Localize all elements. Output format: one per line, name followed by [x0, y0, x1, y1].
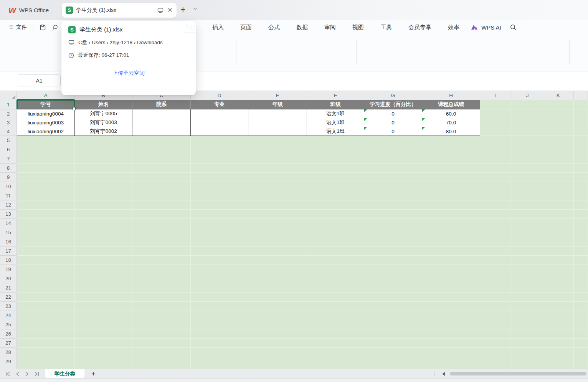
cell-D15[interactable] [191, 228, 248, 237]
save-icon[interactable] [40, 24, 46, 31]
row-header-13[interactable]: 13 [0, 210, 17, 219]
cell-K12[interactable] [543, 200, 574, 210]
row-header-24[interactable]: 24 [0, 311, 17, 320]
cell-A17[interactable] [17, 246, 75, 256]
cell-I25[interactable] [480, 320, 512, 329]
cell-X16[interactable] [574, 237, 588, 246]
cell-A29[interactable] [17, 357, 75, 366]
cell-K22[interactable] [543, 293, 574, 302]
cell-C24[interactable] [132, 311, 191, 320]
cell-X26[interactable] [574, 329, 588, 339]
cell-H14[interactable] [422, 219, 480, 228]
cell-I15[interactable] [480, 228, 512, 237]
cell-C7[interactable] [132, 154, 191, 164]
cell-F23[interactable] [307, 302, 364, 311]
cell-X27[interactable] [574, 339, 588, 348]
cell-A30[interactable] [17, 366, 75, 369]
hamburger-menu-icon[interactable]: ≡ [9, 23, 13, 31]
cell-C21[interactable] [132, 283, 191, 293]
cell-B8[interactable] [75, 164, 132, 173]
cell-A1[interactable]: 学号 [17, 100, 75, 109]
cell-B29[interactable] [75, 357, 132, 366]
cell-G18[interactable] [364, 256, 422, 265]
cell-A25[interactable] [17, 320, 75, 329]
close-tab-icon[interactable]: ✕ [167, 6, 173, 14]
cell-F17[interactable] [307, 246, 364, 256]
cell-I12[interactable] [480, 200, 512, 210]
cell-C11[interactable] [132, 191, 191, 200]
cell-E27[interactable] [248, 339, 307, 348]
cell-F1[interactable]: 班级 [307, 100, 364, 109]
cell-X21[interactable] [574, 283, 588, 293]
column-header-D[interactable]: D [191, 91, 248, 100]
cell-I18[interactable] [480, 256, 512, 265]
cell-J24[interactable] [512, 311, 543, 320]
cell-B16[interactable] [75, 237, 132, 246]
cell-G20[interactable] [364, 274, 422, 283]
cell-J29[interactable] [512, 357, 543, 366]
cell-K7[interactable] [543, 154, 574, 164]
row-header-5[interactable]: 5 [0, 136, 17, 145]
cell-K29[interactable] [543, 357, 574, 366]
cell-B18[interactable] [75, 256, 132, 265]
cell-H22[interactable] [422, 293, 480, 302]
cell-F22[interactable] [307, 293, 364, 302]
cell-H26[interactable] [422, 329, 480, 339]
cell-F5[interactable] [307, 136, 364, 145]
cell-I7[interactable] [480, 154, 512, 164]
cell-X6[interactable] [574, 145, 588, 154]
cell-F28[interactable] [307, 348, 364, 357]
cell-B26[interactable] [75, 329, 132, 339]
cell-G16[interactable] [364, 237, 422, 246]
cell-D5[interactable] [191, 136, 248, 145]
cell-D9[interactable] [191, 173, 248, 182]
cell-H7[interactable] [422, 154, 480, 164]
cell-A2[interactable]: liuxiaoning0004 [17, 109, 75, 118]
cell-G1[interactable]: 学习进度（百分比） [364, 100, 422, 109]
cell-J18[interactable] [512, 256, 543, 265]
cell-F26[interactable] [307, 329, 364, 339]
cell-C28[interactable] [132, 348, 191, 357]
row-header-21[interactable]: 21 [0, 283, 17, 293]
menu-tab-2[interactable]: 插入 [205, 20, 231, 35]
cell-A7[interactable] [17, 154, 75, 164]
cell-A20[interactable] [17, 274, 75, 283]
cell-E29[interactable] [248, 357, 307, 366]
cell-D11[interactable] [191, 191, 248, 200]
column-header-J[interactable]: J [512, 91, 543, 100]
cell-B22[interactable] [75, 293, 132, 302]
cell-F2[interactable]: 语文1班 [307, 109, 364, 118]
cell-D29[interactable] [191, 357, 248, 366]
cell-K21[interactable] [543, 283, 574, 293]
cell-E30[interactable] [248, 366, 307, 369]
cell-E8[interactable] [248, 164, 307, 173]
row-header-23[interactable]: 23 [0, 302, 17, 311]
cell-K19[interactable] [543, 265, 574, 274]
cell-H16[interactable] [422, 237, 480, 246]
cell-E12[interactable] [248, 200, 307, 210]
cell-C25[interactable] [132, 320, 191, 329]
wps-office-menu-button[interactable]: W WPS Office [3, 2, 61, 18]
cell-J11[interactable] [512, 191, 543, 200]
cell-H15[interactable] [422, 228, 480, 237]
row-header-17[interactable]: 17 [0, 246, 17, 256]
cell-G6[interactable] [364, 145, 422, 154]
cell-C4[interactable] [132, 127, 191, 136]
cell-B2[interactable]: 刘宵宁0005 [75, 109, 132, 118]
cell-C23[interactable] [132, 302, 191, 311]
cell-C9[interactable] [132, 173, 191, 182]
cell-B3[interactable]: 刘宵宁0003 [75, 118, 132, 127]
cell-H8[interactable] [422, 164, 480, 173]
cell-H5[interactable] [422, 136, 480, 145]
cell-X1[interactable] [574, 100, 588, 109]
new-tab-button[interactable]: + [180, 5, 185, 15]
cell-G26[interactable] [364, 329, 422, 339]
cell-I28[interactable] [480, 348, 512, 357]
cell-G7[interactable] [364, 154, 422, 164]
cell-J12[interactable] [512, 200, 543, 210]
cell-G29[interactable] [364, 357, 422, 366]
cell-F10[interactable] [307, 182, 364, 191]
cell-D26[interactable] [191, 329, 248, 339]
cell-C14[interactable] [132, 219, 191, 228]
cell-J27[interactable] [512, 339, 543, 348]
